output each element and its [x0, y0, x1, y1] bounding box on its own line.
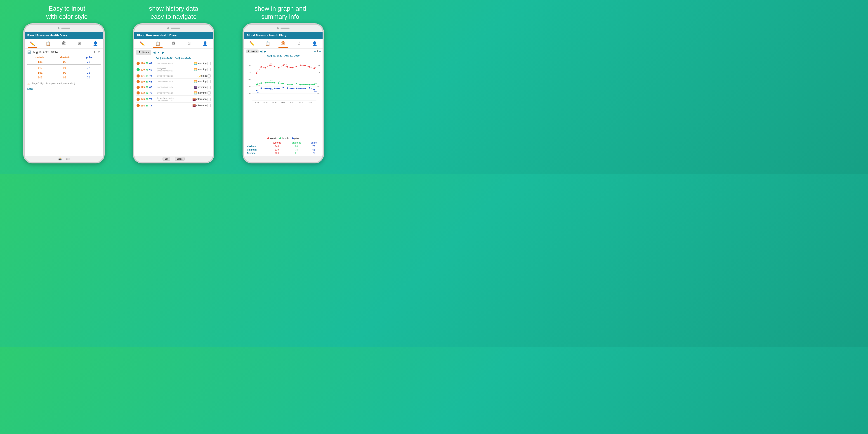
h4-dia: 80	[146, 86, 148, 89]
bp-row-2[interactable]: 141 92 78	[27, 70, 101, 75]
h3-pul: 63	[149, 80, 152, 83]
checkbox-6[interactable]	[208, 98, 211, 101]
graph-month-btn[interactable]: 🗓 Month	[246, 50, 258, 53]
svg-point-53	[270, 88, 271, 89]
nav2-item-2[interactable]: 🏛	[166, 40, 182, 48]
nav1-item-4[interactable]: 👤	[88, 40, 103, 48]
period-icon-5: 🌅	[194, 91, 197, 94]
nav3-item-4[interactable]: 👤	[307, 40, 323, 48]
graph-next-arrow[interactable]: ▶	[264, 50, 266, 53]
nav2-item-3[interactable]: 🗓	[182, 40, 197, 48]
h2-date: 2020-08-04 22:13	[157, 75, 196, 77]
history-item-1[interactable]: ! 120 79 69 feel good 2020-08-02 10:13 🌅	[136, 66, 211, 73]
nav2-item-4[interactable]: 👤	[197, 40, 213, 48]
zoom-plus-btn[interactable]: +	[319, 50, 321, 53]
hist-values-7: 134 86 77	[141, 104, 156, 107]
hist-values-1: 120 79 69	[141, 68, 156, 71]
h6-sys: 143	[141, 98, 145, 101]
legend-label-pulse: pulse	[294, 137, 299, 140]
nav3-item-2[interactable]: 🏛	[276, 40, 291, 48]
refresh-icon[interactable]: 🔄	[27, 51, 31, 54]
svg-point-60	[301, 88, 302, 89]
note-input-line[interactable]	[27, 91, 101, 96]
svg-text:100: 100	[248, 79, 252, 81]
h6-note: forgot have med...	[157, 97, 191, 99]
prev-arrow[interactable]: ◀	[153, 51, 156, 54]
svg-text:120.0: 120.0	[257, 85, 260, 86]
svg-text:79.0: 79.0	[257, 83, 259, 84]
bp-row-3[interactable]: 142 93 79	[27, 75, 101, 80]
zoom-minus-btn[interactable]: −	[314, 50, 316, 53]
row1-pul: 77	[87, 66, 90, 69]
phone3-app-title: Blood Pressure Health Diary	[247, 34, 286, 37]
history-list: ! 120 78 62 2020-08-01 08:30 🌅 morning	[136, 61, 211, 108]
checkbox-0[interactable]	[208, 62, 211, 65]
nav2-item-0[interactable]: ✏️	[134, 40, 150, 48]
nav1-item-2[interactable]: 🏛	[56, 40, 72, 48]
checkbox-5[interactable]	[208, 91, 211, 94]
history-item-5[interactable]: ! 132 82 70 2020-08-07 11:16 🌅 morning	[136, 90, 211, 96]
checkbox-4[interactable]	[208, 86, 211, 89]
bp-main-row[interactable]: 141 92 78	[27, 59, 101, 65]
nav1-item-3[interactable]: 🗓	[72, 40, 88, 48]
history-item-2[interactable]: ! 131 81 74 2020-08-04 22:13 🌙 night	[136, 73, 211, 79]
checkbox-3[interactable]	[208, 80, 211, 83]
phone3-top-bar	[244, 25, 322, 32]
clock-icon[interactable]: ⏱	[98, 51, 101, 54]
row2-dia: 92	[63, 71, 66, 74]
month-selector-btn[interactable]: 🗓 Month	[136, 50, 151, 55]
graph-prev-arrow[interactable]: ◀	[260, 50, 262, 53]
checkbox-1[interactable]	[208, 68, 211, 71]
bp-row-1[interactable]: 140 91 77	[27, 66, 101, 70]
checkbox-7[interactable]	[208, 104, 211, 107]
hist-meta-2: 2020-08-04 22:13	[157, 75, 196, 77]
month-label: Month	[142, 51, 149, 54]
phone2-nav-bar: ✏️ 📋 🏛 🗓 👤	[134, 39, 213, 49]
history-item-4[interactable]: ! 129 80 63 2020-08-06 19:34 🌆 evening	[136, 85, 211, 90]
h1-date: 2020-08-02 10:13	[157, 70, 193, 72]
note-section: Note	[27, 87, 101, 96]
svg-text:120: 120	[248, 71, 252, 73]
history-item-7[interactable]: ! 134 86 77 🌇 afternoon	[136, 103, 211, 108]
svg-point-59	[296, 88, 297, 89]
nav3-item-3[interactable]: 🗓	[291, 40, 307, 48]
legend-dot-systolic	[268, 137, 269, 139]
indicator-2: !	[136, 74, 140, 78]
top-section: Easy to input with color style show hist…	[0, 0, 347, 23]
calendar-icon[interactable]: 🗓	[93, 51, 96, 54]
edit-btn[interactable]: Edit	[162, 157, 170, 161]
history-item-3[interactable]: ! 119 80 63 2020-08-05 10:29 🌅 morning	[136, 79, 211, 84]
history-item-6[interactable]: ! 143 86 77 forgot have med... 2020-08-0…	[136, 96, 211, 103]
next-arrow[interactable]: ▶	[162, 51, 164, 54]
h4-period: 🌆 evening	[194, 86, 207, 89]
panel1-h2: with color style	[46, 13, 88, 20]
nav1-item-0[interactable]: ✏️	[25, 40, 40, 48]
svg-text:02:00: 02:00	[255, 102, 259, 103]
history-item-0[interactable]: ! 120 78 62 2020-08-01 08:30 🌅 morning	[136, 61, 211, 66]
warning-icon: ⚠	[27, 82, 30, 86]
nav2-item-1[interactable]: 📋	[150, 40, 166, 48]
nav3-item-1[interactable]: 📋	[260, 40, 276, 48]
hist-values-2: 131 81 74	[141, 74, 156, 77]
svg-point-48	[309, 84, 311, 86]
h3-period: 🌅 morning	[194, 80, 207, 83]
nav1-item-1[interactable]: 📋	[40, 40, 56, 48]
history-date-range: Aug 01, 2020 - Aug 31, 2020	[136, 56, 211, 59]
nav3-item-0[interactable]: ✏️	[244, 40, 260, 48]
phone2-bottom-bar: Edit Delete	[134, 156, 213, 162]
svg-text:10:00: 10:00	[290, 102, 294, 103]
h1-period-label: morning	[197, 68, 207, 71]
legend-dot-diastolic	[279, 137, 281, 139]
svg-point-24	[265, 67, 266, 68]
phone1-bottom-icon: 📸	[58, 157, 62, 160]
phone1-bottom-label: add	[66, 158, 70, 160]
period-icon-2: 🌙	[197, 74, 201, 78]
h1-sys: 120	[141, 68, 145, 71]
delete-btn[interactable]: Delete	[175, 157, 185, 161]
checkbox-2[interactable]	[208, 74, 211, 78]
hist-values-6: 143 86 77	[141, 98, 156, 101]
down-arrow[interactable]: ▼	[157, 51, 160, 54]
indicator-1: !	[136, 68, 140, 71]
graph-month-label: Month	[250, 50, 257, 53]
phone3-camera	[277, 27, 279, 29]
